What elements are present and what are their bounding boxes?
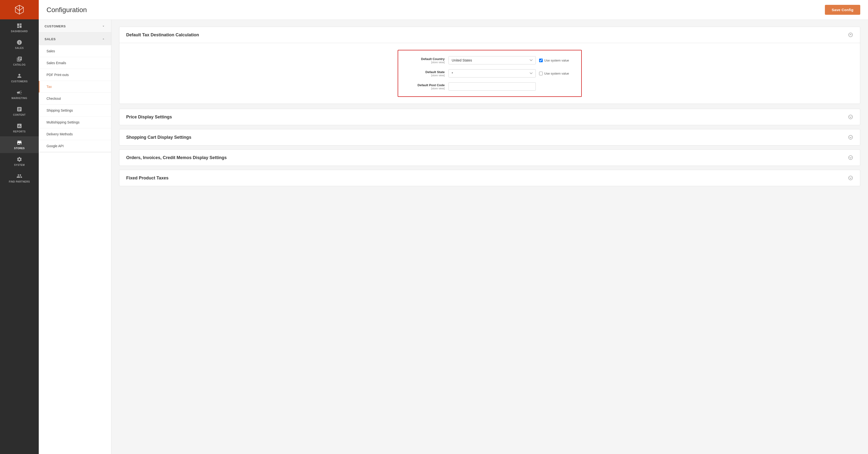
- use-system-value-state-label: Use system value: [539, 72, 569, 75]
- expand-icon-orders-invoices: [848, 155, 853, 160]
- nav-section-sales-header[interactable]: SALES: [39, 33, 111, 45]
- use-system-value-country-label: Use system value: [539, 59, 569, 62]
- nav-item-sales-emails: Sales Emails: [39, 57, 111, 69]
- section-header-fixed-product-taxes[interactable]: Fixed Product Taxes: [119, 170, 860, 186]
- nav-link-delivery-methods[interactable]: Delivery Methods: [39, 128, 111, 140]
- nav-item-multishipping-settings: Multishipping Settings: [39, 117, 111, 128]
- main-area: Configuration Save Config CUSTOMERS SALE…: [39, 0, 868, 454]
- section-title-price-display: Price Display Settings: [126, 115, 172, 120]
- svg-point-2: [848, 135, 853, 139]
- form-row-default-country: Default Country [store view] United Stat…: [406, 56, 574, 64]
- sidebar-item-reports[interactable]: REPORTS: [0, 120, 39, 136]
- nav-link-tax[interactable]: Tax: [39, 81, 111, 93]
- page-header: Configuration Save Config: [39, 0, 868, 20]
- section-header-orders-invoices[interactable]: Orders, Invoices, Credit Memos Display S…: [119, 150, 860, 166]
- nav-link-google-api[interactable]: Google API: [39, 140, 111, 152]
- page-title: Configuration: [46, 6, 87, 14]
- form-row-default-post-code: Default Post Code [store view]: [406, 82, 574, 91]
- sidebar: DASHBOARD SALES CATALOG CUSTOMERS MARKET…: [0, 0, 39, 454]
- expand-icon-price-display: [848, 114, 853, 120]
- sidebar-item-customers[interactable]: CUSTOMERS: [0, 69, 39, 86]
- sidebar-item-content[interactable]: CONTENT: [0, 103, 39, 120]
- nav-sales-items: Sales Sales Emails PDF Print-outs Tax Ch…: [39, 45, 111, 152]
- label-default-post-code: Default Post Code [store view]: [406, 83, 445, 90]
- nav-link-pdf-print-outs[interactable]: PDF Print-outs: [39, 69, 111, 80]
- nav-link-multishipping-settings[interactable]: Multishipping Settings: [39, 117, 111, 128]
- nav-link-checkout[interactable]: Checkout: [39, 93, 111, 104]
- section-title-fixed-product-taxes: Fixed Product Taxes: [126, 175, 168, 181]
- nav-link-sales-emails[interactable]: Sales Emails: [39, 57, 111, 69]
- label-default-country: Default Country [store view]: [406, 57, 445, 64]
- nav-section-customers-header[interactable]: CUSTOMERS: [39, 20, 111, 32]
- nav-item-sales: Sales: [39, 45, 111, 57]
- svg-point-0: [848, 33, 853, 37]
- left-nav: CUSTOMERS SALES Sales Sales Emails: [39, 20, 112, 454]
- section-title-shopping-cart: Shopping Cart Display Settings: [126, 135, 191, 140]
- save-config-button[interactable]: Save Config: [825, 5, 860, 15]
- tax-destination-form: Default Country [store view] United Stat…: [398, 50, 582, 97]
- default-post-code-input[interactable]: [448, 82, 536, 91]
- chevron-up-icon: [101, 37, 105, 41]
- sidebar-item-marketing[interactable]: MARKETING: [0, 86, 39, 103]
- sidebar-item-dashboard[interactable]: DASHBOARD: [0, 20, 39, 36]
- nav-item-delivery-methods: Delivery Methods: [39, 128, 111, 140]
- svg-point-4: [848, 176, 853, 180]
- section-shopping-cart-display: Shopping Cart Display Settings: [119, 129, 860, 145]
- section-default-tax-destination: Default Tax Destination Calculation Defa…: [119, 27, 860, 104]
- nav-item-pdf-print-outs: PDF Print-outs: [39, 69, 111, 81]
- nav-link-sales[interactable]: Sales: [39, 45, 111, 57]
- sidebar-item-system[interactable]: SYSTEM: [0, 153, 39, 170]
- collapse-icon-tax-destination: [848, 32, 853, 37]
- control-default-post-code: [448, 82, 574, 91]
- default-state-select[interactable]: * Alabama Alaska Arizona California: [448, 69, 536, 77]
- logo[interactable]: [0, 0, 39, 20]
- svg-point-1: [848, 115, 853, 119]
- form-row-default-state: Default State [store view] * Alabama Ala…: [406, 69, 574, 77]
- sidebar-item-stores[interactable]: STORES: [0, 136, 39, 153]
- nav-item-tax: Tax: [39, 81, 111, 93]
- chevron-down-icon: [101, 24, 105, 28]
- sidebar-item-find-partners[interactable]: FIND PARTNERS: [0, 170, 39, 187]
- section-body-tax-destination: Default Country [store view] United Stat…: [119, 43, 860, 104]
- label-default-state: Default State [store view]: [406, 70, 445, 77]
- section-title-tax-destination: Default Tax Destination Calculation: [126, 32, 199, 37]
- nav-link-shipping-settings[interactable]: Shipping Settings: [39, 105, 111, 116]
- svg-point-3: [848, 156, 853, 160]
- nav-section-sales: SALES Sales Sales Emails PDF Print-outs …: [39, 33, 111, 152]
- use-system-value-state-checkbox[interactable]: [539, 72, 543, 75]
- section-header-tax-destination[interactable]: Default Tax Destination Calculation: [119, 27, 860, 43]
- section-header-price-display[interactable]: Price Display Settings: [119, 109, 860, 125]
- expand-icon-fixed-product-taxes: [848, 175, 853, 181]
- expand-icon-shopping-cart: [848, 135, 853, 140]
- content-area: Default Tax Destination Calculation Defa…: [112, 20, 868, 454]
- section-fixed-product-taxes: Fixed Product Taxes: [119, 170, 860, 186]
- control-default-country: United States Canada United Kingdom Aust…: [448, 56, 574, 64]
- use-system-value-country-checkbox[interactable]: [539, 59, 543, 62]
- nav-section-customers: CUSTOMERS: [39, 20, 111, 33]
- nav-item-google-api: Google API: [39, 140, 111, 152]
- nav-item-checkout: Checkout: [39, 93, 111, 105]
- body-area: CUSTOMERS SALES Sales Sales Emails: [39, 20, 868, 454]
- section-header-shopping-cart[interactable]: Shopping Cart Display Settings: [119, 129, 860, 145]
- section-title-orders-invoices: Orders, Invoices, Credit Memos Display S…: [126, 155, 227, 160]
- default-country-select[interactable]: United States Canada United Kingdom Aust…: [448, 56, 536, 64]
- control-default-state: * Alabama Alaska Arizona California Use …: [448, 69, 574, 77]
- nav-item-shipping-settings: Shipping Settings: [39, 105, 111, 117]
- section-orders-invoices-credit-memos: Orders, Invoices, Credit Memos Display S…: [119, 150, 860, 166]
- sidebar-item-catalog[interactable]: CATALOG: [0, 53, 39, 69]
- section-price-display-settings: Price Display Settings: [119, 109, 860, 125]
- sidebar-item-sales[interactable]: SALES: [0, 36, 39, 53]
